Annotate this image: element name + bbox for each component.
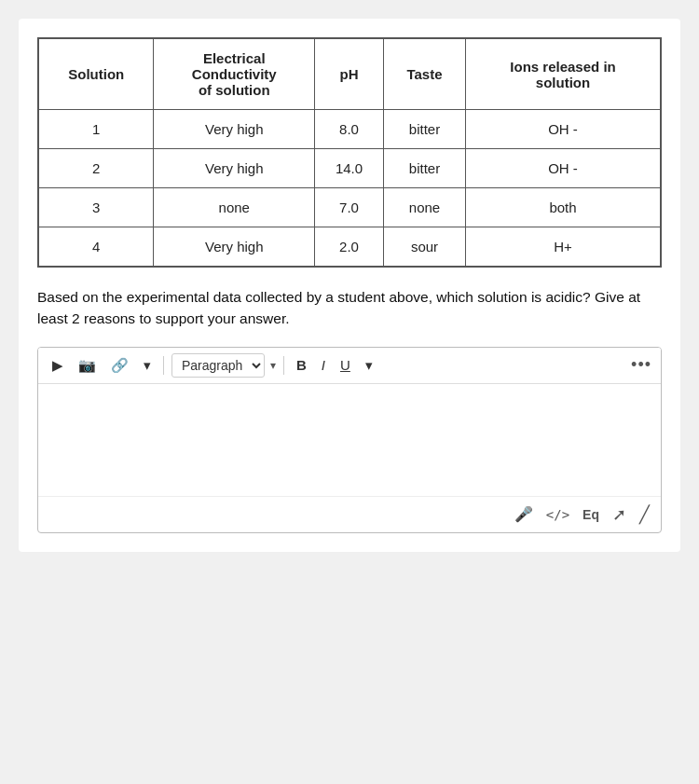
col-header-solution: Solution <box>38 38 154 110</box>
editor-content[interactable] <box>38 384 661 496</box>
page-container: Solution ElectricalConductivityof soluti… <box>19 19 680 552</box>
cell-ph: 8.0 <box>315 110 384 149</box>
cell-taste: none <box>383 188 465 227</box>
chevron-dropdown-button[interactable]: ▾ <box>139 354 156 377</box>
slash-icon[interactable]: ╱ <box>639 504 650 525</box>
chevron-down-icon: ▾ <box>144 357 151 374</box>
table-row: 2Very high14.0bitterOH - <box>38 149 661 188</box>
image-icon: 📷 <box>78 357 96 374</box>
editor-toolbar: ▶ 📷 🔗 ▾ Paragraph ▾ B I U ▾ ••• <box>38 348 661 384</box>
cell-taste: bitter <box>383 149 465 188</box>
cell-ph: 2.0 <box>315 227 384 268</box>
italic-button[interactable]: I <box>317 354 330 376</box>
cell-conductivity: Very high <box>154 149 315 188</box>
cell-ph: 14.0 <box>315 149 384 188</box>
link-icon: 🔗 <box>111 357 129 374</box>
cell-ions: H+ <box>466 227 661 268</box>
cell-ph: 7.0 <box>315 188 384 227</box>
cell-conductivity: Very high <box>154 227 315 268</box>
play-button[interactable]: ▶ <box>48 354 68 377</box>
more-options-button[interactable]: ••• <box>631 355 651 375</box>
table-row: 1Very high8.0bitterOH - <box>38 110 661 149</box>
data-table: Solution ElectricalConductivityof soluti… <box>37 37 662 268</box>
cell-conductivity: Very high <box>154 110 315 149</box>
image-button[interactable]: 📷 <box>74 354 101 377</box>
cell-ions: OH - <box>466 149 661 188</box>
separator-2 <box>283 356 284 375</box>
play-icon: ▶ <box>52 357 63 374</box>
mic-icon[interactable]: 🎤 <box>514 505 533 523</box>
table-row: 3none7.0noneboth <box>38 188 661 227</box>
cell-solution: 3 <box>38 188 154 227</box>
cell-solution: 1 <box>38 110 154 149</box>
cell-conductivity: none <box>154 188 315 227</box>
formula-icon[interactable]: Eq <box>582 507 599 522</box>
question-text: Based on the experimental data collected… <box>37 286 662 330</box>
paragraph-select[interactable]: Paragraph <box>171 353 265 378</box>
cell-taste: bitter <box>383 110 465 149</box>
bold-button[interactable]: B <box>292 354 311 376</box>
col-header-taste: Taste <box>383 38 465 110</box>
col-header-ph: pH <box>315 38 384 110</box>
table-row: 4Very high2.0sourH+ <box>38 227 661 268</box>
underline-chevron-button[interactable]: ▾ <box>361 354 377 377</box>
cell-solution: 4 <box>38 227 154 268</box>
cell-ions: both <box>466 188 661 227</box>
cell-ions: OH - <box>466 110 661 149</box>
editor-footer: 🎤 </> Eq ➚ ╱ <box>38 496 661 532</box>
separator-1 <box>163 356 164 375</box>
expand-icon[interactable]: ➚ <box>612 504 626 525</box>
cell-taste: sour <box>383 227 465 268</box>
code-icon[interactable]: </> <box>546 507 569 522</box>
col-header-conductivity: ElectricalConductivityof solution <box>154 38 315 110</box>
cell-solution: 2 <box>38 149 154 188</box>
col-header-ions: Ions released insolution <box>466 38 661 110</box>
link-button[interactable]: 🔗 <box>106 354 133 377</box>
underline-chevron-icon: ▾ <box>365 357 373 374</box>
chevron-paragraph-icon: ▾ <box>270 359 276 372</box>
underline-button[interactable]: U <box>336 354 355 376</box>
editor-box: ▶ 📷 🔗 ▾ Paragraph ▾ B I U ▾ ••• <box>37 347 662 533</box>
